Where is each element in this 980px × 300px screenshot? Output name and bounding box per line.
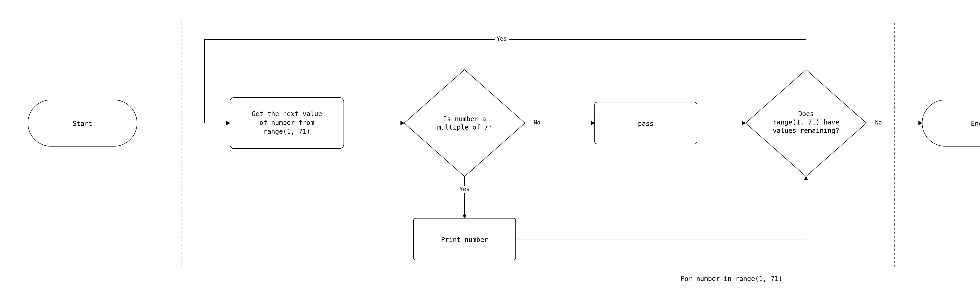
get-next-line1: Get the next value — [251, 110, 322, 118]
pass-label: pass — [638, 120, 654, 127]
decision2-line1: Does — [798, 110, 814, 118]
decision2-line2: range(1, 71) have — [773, 118, 840, 126]
loop-caption: For number in range(1, 71) — [681, 275, 782, 283]
get-next-line3: range(1, 71) — [263, 128, 310, 135]
start-label: Start — [73, 120, 92, 127]
edge-decision1-yes-label: Yes — [460, 186, 469, 192]
edge-print-to-decision2 — [515, 176, 806, 239]
edge-decision2-no-label: No — [875, 119, 882, 126]
edge-decision2-yes-label: Yes — [496, 35, 507, 42]
end-label: End — [971, 120, 980, 127]
decision-multiple-of-7 — [404, 70, 525, 176]
decision2-line3: values remaining? — [773, 127, 840, 135]
decision1-line2: multiple of 7? — [437, 124, 492, 131]
get-next-line2: of number from — [259, 119, 314, 127]
print-label: Print number — [441, 236, 488, 244]
decision1-line1: Is number a — [443, 115, 486, 123]
edge-decision1-no-label: No — [534, 119, 541, 126]
